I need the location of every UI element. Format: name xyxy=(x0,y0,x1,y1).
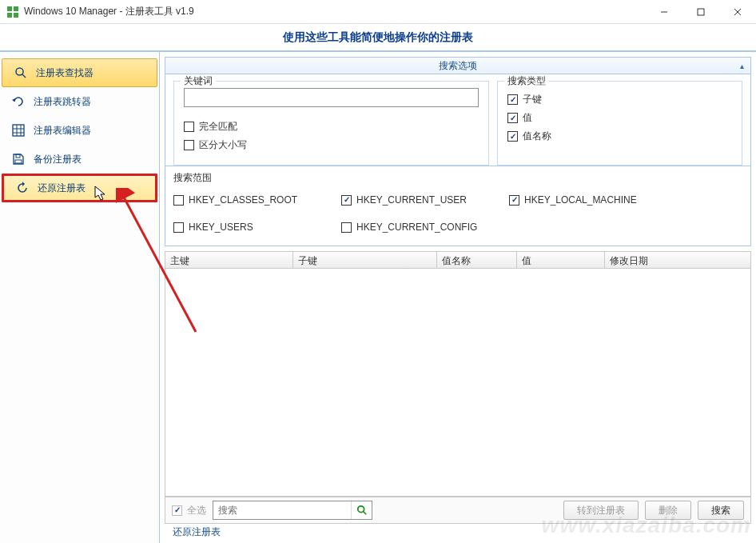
svg-line-18 xyxy=(363,512,366,515)
close-button[interactable] xyxy=(719,0,756,24)
save-icon xyxy=(11,152,26,166)
scope-hklm-checkbox[interactable]: HKEY_LOCAL_MACHINE xyxy=(509,194,742,206)
redo-icon xyxy=(11,94,26,109)
minimize-button[interactable] xyxy=(646,0,682,24)
keyword-legend: 关键词 xyxy=(181,74,216,88)
status-bar: 还原注册表 xyxy=(165,524,751,540)
svg-rect-0 xyxy=(7,6,12,11)
collapse-icon: ▴ xyxy=(740,62,744,70)
col-main-key[interactable]: 主键 xyxy=(165,252,293,268)
restore-icon xyxy=(15,181,30,195)
case-sensitive-checkbox[interactable]: 区分大小写 xyxy=(184,138,479,152)
sidebar-item-restore-registry[interactable]: 还原注册表 xyxy=(2,174,157,202)
grid-icon xyxy=(11,123,26,138)
bottom-toolbar: 全选 转到注册表 删除 搜索 xyxy=(165,497,751,524)
type-value-checkbox[interactable]: 值 xyxy=(507,111,732,125)
svg-line-9 xyxy=(22,74,26,78)
svg-rect-5 xyxy=(698,9,704,15)
svg-rect-3 xyxy=(14,13,18,18)
svg-rect-10 xyxy=(13,125,24,136)
type-subkey-checkbox[interactable]: 子键 xyxy=(507,93,732,106)
scope-hku-checkbox[interactable]: HKEY_USERS xyxy=(173,222,341,233)
sidebar: 注册表查找器 注册表跳转器 注册表编辑器 备份注册表 还原注册表 xyxy=(0,52,160,543)
scope-hkcc-checkbox[interactable]: HKEY_CURRENT_CONFIG xyxy=(341,222,509,233)
sidebar-item-label: 注册表编辑器 xyxy=(34,124,91,138)
scope-hkcr-checkbox[interactable]: HKEY_CLASSES_ROOT xyxy=(173,194,341,206)
col-value[interactable]: 值 xyxy=(517,252,605,268)
sidebar-item-label: 注册表跳转器 xyxy=(34,95,91,109)
svg-point-8 xyxy=(16,68,23,75)
search-options-body: 关键词 完全匹配 区分大小写 搜索类型 子键 值 值名称 xyxy=(165,74,751,166)
keyword-input[interactable] xyxy=(184,88,479,107)
search-scope-fieldset: 搜索范围 HKEY_CLASSES_ROOT HKEY_CURRENT_USER… xyxy=(165,166,751,246)
svg-rect-1 xyxy=(14,6,18,11)
goto-registry-button[interactable]: 转到注册表 xyxy=(563,501,639,520)
filter-search-box[interactable] xyxy=(213,501,372,520)
select-all-checkbox[interactable]: 全选 xyxy=(172,504,206,517)
results-table-header: 主键 子键 值名称 值 修改日期 xyxy=(165,251,751,269)
search-type-fieldset: 搜索类型 子键 值 值名称 xyxy=(497,81,742,166)
titlebar: Windows 10 Manager - 注册表工具 v1.9 xyxy=(0,0,756,24)
app-icon xyxy=(6,6,19,18)
maximize-button[interactable] xyxy=(682,0,719,24)
svg-rect-2 xyxy=(7,13,12,18)
svg-rect-16 xyxy=(15,160,22,163)
col-value-name[interactable]: 值名称 xyxy=(437,252,517,268)
sidebar-item-registry-editor[interactable]: 注册表编辑器 xyxy=(0,116,159,145)
results-table-body[interactable] xyxy=(165,269,751,497)
search-options-header[interactable]: 搜索选项 ▴ xyxy=(165,57,751,74)
sidebar-item-backup-registry[interactable]: 备份注册表 xyxy=(0,145,159,174)
banner-text: 使用这些工具能简便地操作你的注册表 xyxy=(283,30,473,45)
delete-button[interactable]: 删除 xyxy=(645,501,691,520)
svg-point-17 xyxy=(357,506,364,513)
window-buttons xyxy=(646,0,756,24)
magnify-icon[interactable] xyxy=(351,501,372,519)
type-legend: 搜索类型 xyxy=(504,74,549,88)
col-sub-key[interactable]: 子键 xyxy=(293,252,437,268)
keyword-fieldset: 关键词 完全匹配 区分大小写 xyxy=(173,81,489,166)
main-panel: 搜索选项 ▴ 关键词 完全匹配 区分大小写 搜索类型 子键 值 值名称 搜索范围… xyxy=(160,52,756,543)
banner: 使用这些工具能简便地操作你的注册表 xyxy=(0,24,756,51)
filter-input[interactable] xyxy=(213,501,351,519)
sidebar-item-label: 还原注册表 xyxy=(38,182,86,195)
exact-match-checkbox[interactable]: 完全匹配 xyxy=(184,120,479,134)
window-title: Windows 10 Manager - 注册表工具 v1.9 xyxy=(24,5,646,18)
sidebar-item-label: 备份注册表 xyxy=(34,153,82,166)
type-valuename-checkbox[interactable]: 值名称 xyxy=(507,130,732,143)
col-modified[interactable]: 修改日期 xyxy=(605,252,750,268)
scope-legend: 搜索范围 xyxy=(173,171,742,185)
sidebar-item-label: 注册表查找器 xyxy=(36,66,94,80)
scope-hkcu-checkbox[interactable]: HKEY_CURRENT_USER xyxy=(341,194,509,206)
sidebar-item-registry-jumper[interactable]: 注册表跳转器 xyxy=(0,87,159,116)
search-icon xyxy=(14,66,28,80)
search-options-title: 搜索选项 xyxy=(439,59,477,73)
search-button[interactable]: 搜索 xyxy=(698,501,744,520)
sidebar-item-registry-finder[interactable]: 注册表查找器 xyxy=(2,58,157,87)
